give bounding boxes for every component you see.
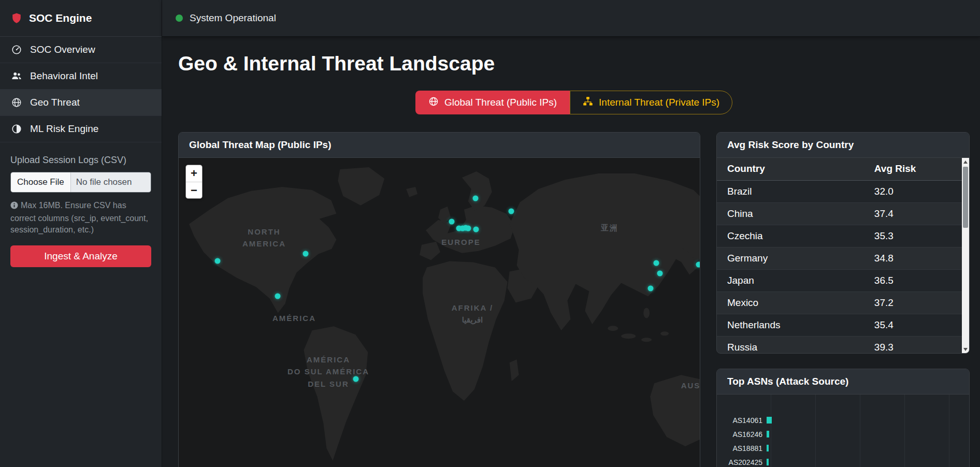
asn-bar-row: AS14061	[717, 413, 961, 427]
map-canvas[interactable]: + − NORTH AMERICAEUROPE亚洲AMÉRICAAFRIKA /…	[179, 158, 700, 467]
asn-bar[interactable]	[767, 445, 769, 451]
threat-point[interactable]	[657, 271, 663, 276]
scrollbar-track[interactable]	[962, 166, 969, 345]
asn-label: AS16246	[717, 430, 767, 439]
tab-label: Global Threat (Public IPs)	[444, 97, 557, 108]
table-row: Mexico37.2	[717, 291, 962, 314]
avg-risk-cell: 39.3	[864, 336, 962, 353]
asn-label: AS202425	[717, 458, 767, 466]
zoom-in-button[interactable]: +	[186, 165, 202, 182]
file-status-text: No file chosen	[71, 172, 151, 192]
threat-point[interactable]	[654, 260, 659, 266]
asn-bar-area	[767, 417, 961, 424]
zoom-out-button[interactable]: −	[186, 182, 202, 198]
pie-chart-icon	[10, 123, 23, 135]
map-zoom-control: + −	[185, 165, 203, 199]
brand-label: SOC Engine	[29, 12, 92, 24]
status-dot-icon	[176, 14, 183, 22]
country-cell: Japan	[717, 269, 864, 291]
asn-label: AS18881	[717, 444, 767, 453]
ingest-analyze-button[interactable]: Ingest & Analyze	[10, 245, 151, 267]
table-header-row: Country Avg Risk	[717, 158, 962, 180]
threat-point[interactable]	[275, 294, 281, 299]
asn-bar-area	[767, 445, 961, 451]
table-row: Japan36.5	[717, 269, 962, 291]
system-status-label: System Operational	[190, 12, 276, 24]
globe-icon	[428, 96, 439, 109]
threat-point[interactable]	[449, 219, 455, 225]
country-cell: Russia	[717, 336, 864, 353]
risk-table-body: Brazil32.0China37.4Czechia35.3Germany34.…	[717, 180, 962, 353]
info-icon	[10, 201, 18, 213]
content: System Operational Geo & Internal Threat…	[162, 0, 980, 467]
file-input[interactable]: Choose File No file chosen	[10, 172, 151, 193]
map-card-title: Global Threat Map (Public IPs)	[179, 133, 700, 158]
country-cell: Netherlands	[717, 314, 864, 336]
avg-risk-cell: 35.3	[864, 225, 962, 247]
asn-bar-row: AS202425	[717, 455, 961, 467]
tab-global-threat[interactable]: Global Threat (Public IPs)	[415, 91, 570, 114]
threat-point[interactable]	[473, 227, 479, 232]
table-row: Czechia35.3	[717, 225, 962, 247]
table-scrollbar	[962, 158, 969, 353]
sidebar-item-ml-risk-engine[interactable]: ML Risk Engine	[0, 116, 162, 142]
threat-point[interactable]	[696, 262, 700, 268]
threat-point[interactable]	[466, 226, 471, 231]
country-cell: Brazil	[717, 180, 864, 202]
shield-icon	[10, 12, 23, 24]
risk-card-title: Avg Risk Score by Country	[717, 133, 969, 158]
threat-point[interactable]	[303, 251, 309, 257]
choose-file-button[interactable]: Choose File	[11, 172, 71, 192]
upload-label: Upload Session Logs (CSV)	[10, 155, 151, 166]
asn-bar[interactable]	[767, 459, 769, 465]
sidebar: SOC Engine SOC Overview Behavioral Intel…	[0, 0, 162, 467]
sidebar-item-behavioral-intel[interactable]: Behavioral Intel	[0, 63, 162, 90]
brand: SOC Engine	[0, 0, 162, 37]
avg-risk-cell: 32.0	[864, 180, 962, 202]
threat-point[interactable]	[648, 286, 654, 291]
asn-bar-area	[767, 459, 961, 465]
asn-chart-rows: AS14061AS16246AS18881AS202425	[717, 413, 961, 467]
asn-chart: AS14061AS16246AS18881AS202425	[717, 395, 969, 467]
global-threat-map-card: Global Threat Map (Public IPs)	[178, 132, 700, 467]
threat-point[interactable]	[353, 376, 359, 382]
scrollbar-thumb[interactable]	[963, 167, 968, 228]
scroll-down-button[interactable]	[962, 345, 969, 353]
sidebar-item-label: SOC Overview	[30, 44, 95, 55]
upload-section: Upload Session Logs (CSV) Choose File No…	[0, 142, 162, 280]
threat-point[interactable]	[509, 209, 514, 214]
country-cell: Germany	[717, 247, 864, 269]
table-row: Russia39.3	[717, 336, 962, 353]
sidebar-item-soc-overview[interactable]: SOC Overview	[0, 37, 162, 63]
top-asns-card: Top ASNs (Attack Source) AS14061AS16246A…	[716, 369, 970, 467]
globe-icon	[10, 97, 23, 108]
avg-risk-cell: 35.4	[864, 314, 962, 336]
threat-point[interactable]	[473, 196, 479, 201]
table-row: Brazil32.0	[717, 180, 962, 202]
threat-point[interactable]	[215, 258, 221, 264]
app-root: SOC Engine SOC Overview Behavioral Intel…	[0, 0, 980, 467]
arrow-up-icon	[963, 160, 968, 164]
asn-label: AS14061	[717, 416, 767, 425]
sidebar-nav: SOC Overview Behavioral Intel Geo Threat…	[0, 37, 162, 142]
tab-label: Internal Threat (Private IPs)	[599, 97, 719, 108]
upload-hint-text: Max 16MB. Ensure CSV has correct columns…	[10, 201, 148, 234]
tab-internal-threat[interactable]: Internal Threat (Private IPs)	[570, 91, 732, 114]
country-column-header: Country	[717, 158, 864, 180]
scroll-up-button[interactable]	[962, 158, 969, 166]
asn-bar[interactable]	[767, 431, 769, 437]
main-area: Geo & Internal Threat Landscape Global T…	[162, 37, 980, 467]
page-title: Geo & Internal Threat Landscape	[178, 52, 970, 75]
table-row: Germany34.8	[717, 247, 962, 269]
sidebar-item-geo-threat[interactable]: Geo Threat	[0, 90, 162, 116]
topbar: System Operational	[162, 0, 980, 37]
users-icon	[10, 70, 23, 82]
asn-bar[interactable]	[767, 417, 772, 424]
avg-risk-card: Avg Risk Score by Country Country Avg Ri…	[716, 132, 970, 354]
risk-table: Country Avg Risk Brazil32.0China37.4Czec…	[717, 158, 962, 353]
dashboard-layout: Global Threat Map (Public IPs)	[178, 132, 970, 467]
asn-card-title: Top ASNs (Attack Source)	[717, 369, 969, 395]
sidebar-item-label: Geo Threat	[30, 97, 80, 108]
asn-bar-area	[767, 431, 961, 437]
risk-table-scroll-area: Country Avg Risk Brazil32.0China37.4Czec…	[717, 158, 969, 353]
